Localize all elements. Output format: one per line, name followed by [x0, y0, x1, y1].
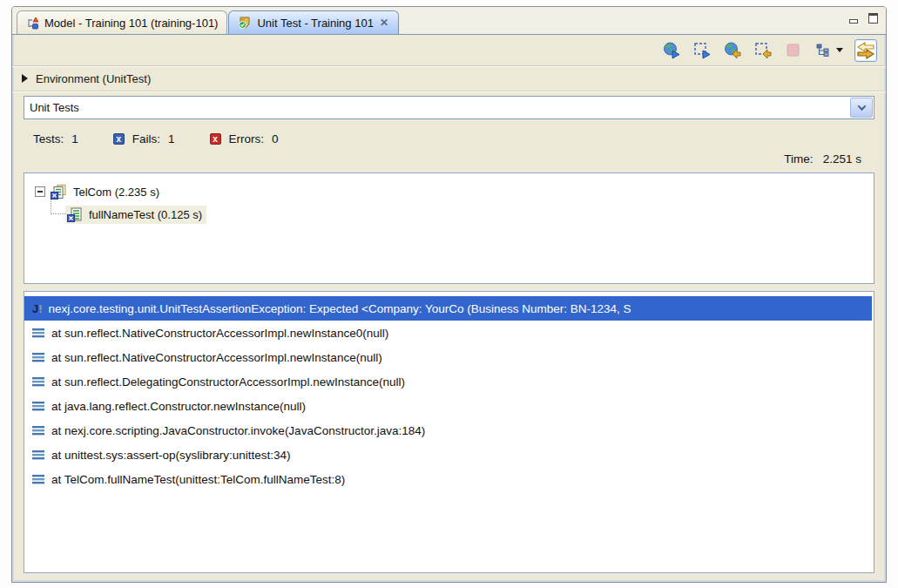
expanded-minus-icon[interactable] — [35, 186, 45, 197]
maximize-icon — [868, 13, 878, 24]
stack-frame-icon — [32, 449, 45, 460]
trace-line[interactable]: at nexj.core.scripting.JavaConstructor.i… — [24, 418, 874, 443]
time-row: Time: 2.251 s — [12, 152, 886, 172]
stack-frame-icon — [32, 425, 45, 436]
test-stats-row: Tests: 1 x Fails: 1 x Errors: 0 — [12, 125, 886, 152]
trace-text: at sun.reflect.NativeConstructorAccessor… — [51, 327, 388, 340]
trace-text: at TelCom.fullNameTest(unittest:TelCom.f… — [51, 473, 345, 486]
trace-line[interactable]: at sun.reflect.NativeConstructorAccessor… — [24, 345, 874, 369]
stack-frame-icon — [32, 376, 45, 387]
hierarchy-view-icon — [814, 41, 834, 60]
trace-line-exception[interactable]: J! nexj.core.testing.unit.UnitTestAssert… — [24, 296, 872, 321]
unit-test-shield-icon — [238, 16, 252, 30]
fails-label: Fails: — [132, 132, 160, 145]
stack-frame-icon — [32, 352, 45, 362]
time-value: 2.251 s — [823, 152, 861, 166]
environment-label: Environment (UnitTest) — [36, 72, 151, 85]
trace-text: at nexj.core.scripting.JavaConstructor.i… — [51, 424, 425, 437]
tree-selection: fullNameTest (0.125 s) — [65, 206, 206, 224]
editor-tab-bar: Model - Training 101 (training-101) Unit… — [12, 7, 886, 34]
errors-label: Errors: — [229, 132, 265, 145]
stack-frame-icon — [32, 401, 45, 411]
tree-node-telcom[interactable]: TelCom (2.235 s) — [24, 180, 874, 203]
tree-node-label: fullNameTest (0.125 s) — [89, 208, 202, 221]
collapsed-expander-icon — [22, 74, 28, 83]
minimize-button[interactable] — [847, 13, 860, 24]
fail-badge-icon: x — [113, 133, 125, 145]
tab-model-training-101[interactable]: Model - Training 101 (training-101) — [17, 10, 227, 34]
fails-value: 1 — [168, 132, 175, 145]
dropdown-button[interactable] — [850, 98, 873, 118]
stack-frame-icon — [32, 474, 45, 484]
trace-line[interactable]: at TelCom.fullNameTest(unittest:TelCom.f… — [24, 467, 874, 491]
tree-node-fullnametest[interactable]: fullNameTest (0.125 s) — [24, 203, 874, 226]
tab-label: Model - Training 101 (training-101) — [44, 17, 218, 30]
tree-node-label: TelCom (2.235 s) — [73, 186, 159, 199]
failure-trace-panel: J! nexj.core.testing.unit.UnitTestAssert… — [24, 291, 874, 573]
tree-connector — [51, 199, 66, 214]
time-label: Time: — [784, 152, 813, 166]
hierarchy-view-menu[interactable] — [814, 41, 843, 60]
environment-section[interactable]: Environment (UnitTest) — [12, 66, 886, 91]
tests-label: Tests: — [33, 132, 64, 145]
close-icon[interactable]: ✕ — [379, 17, 389, 29]
stack-frame-icon — [32, 328, 45, 338]
test-selector-dropdown[interactable]: Unit Tests — [24, 96, 874, 119]
tests-value: 1 — [71, 132, 78, 145]
error-badge-icon: x — [210, 133, 221, 145]
trace-line[interactable]: at sun.reflect.DelegatingConstructorAcce… — [24, 369, 874, 394]
view-window-controls — [847, 13, 879, 24]
java-exception-icon: J! — [32, 302, 43, 315]
test-selector-value: Unit Tests — [24, 101, 79, 114]
dropdown-arrow-icon — [836, 48, 843, 52]
maximize-button[interactable] — [867, 13, 879, 24]
trace-line[interactable]: at unittest.sys:assert-op(syslibrary:uni… — [24, 443, 874, 467]
test-suite-icon — [51, 185, 68, 199]
trace-text: nexj.core.testing.unit.UnitTestAssertion… — [49, 302, 631, 315]
errors-value: 0 — [272, 132, 279, 145]
test-selector-row: Unit Tests — [12, 91, 886, 125]
trace-text: at sun.reflect.NativeConstructorAccessor… — [51, 351, 382, 364]
chevron-down-icon — [857, 102, 866, 111]
trace-line[interactable]: at java.lang.reflect.Constructor.newInst… — [24, 394, 874, 418]
trace-text: at java.lang.reflect.Constructor.newInst… — [51, 400, 306, 413]
tab-label: Unit Test - Training 101 — [257, 17, 373, 30]
trace-text: at unittest.sys:assert-op(syslibrary:uni… — [51, 449, 291, 462]
debug-scope-icon[interactable] — [753, 41, 773, 60]
trace-text: at sun.reflect.DelegatingConstructorAcce… — [51, 375, 405, 389]
test-case-icon — [67, 207, 84, 222]
test-result-tree: TelCom (2.235 s) fullNameTest (0.125 s) — [24, 172, 874, 284]
debug-all-icon[interactable] — [723, 41, 742, 60]
tab-unit-test-training-101[interactable]: Unit Test - Training 101 ✕ — [228, 10, 399, 34]
stop-icon — [784, 41, 803, 60]
minimize-icon — [849, 19, 858, 24]
model-icon — [26, 17, 39, 30]
unit-test-toolbar — [12, 35, 886, 66]
run-scope-icon[interactable] — [692, 41, 712, 60]
link-with-editor-toggle[interactable] — [854, 39, 877, 62]
unit-test-view-content: Environment (UnitTest) Unit Tests Tests:… — [12, 34, 886, 582]
link-with-editor-icon — [856, 41, 875, 60]
trace-line[interactable]: at sun.reflect.NativeConstructorAccessor… — [24, 321, 874, 345]
run-all-icon[interactable] — [662, 41, 681, 60]
unit-test-view-window: Model - Training 101 (training-101) Unit… — [11, 6, 887, 583]
